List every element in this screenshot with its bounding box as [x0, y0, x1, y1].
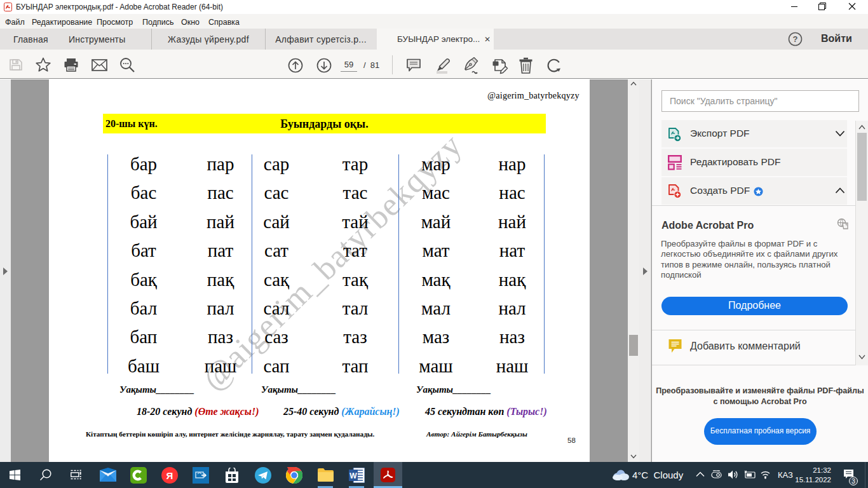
svg-text:Я: Я	[166, 470, 173, 481]
svg-text:?: ?	[793, 34, 798, 44]
svg-text:W: W	[349, 471, 357, 480]
